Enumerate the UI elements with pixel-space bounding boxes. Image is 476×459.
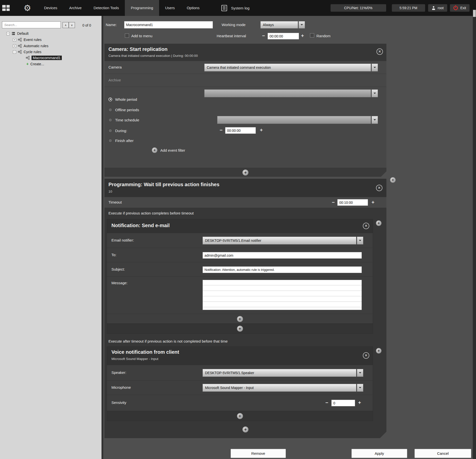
remove-action-button[interactable]: ✕ bbox=[363, 223, 369, 229]
add-parallel-action-button[interactable]: + bbox=[390, 177, 396, 183]
sensitivity-input[interactable] bbox=[331, 400, 355, 406]
timeout-increase-button[interactable]: + bbox=[372, 199, 374, 206]
rule-icon bbox=[18, 44, 22, 48]
tree-item-automatic-rules[interactable]: + Automatic rules bbox=[13, 43, 48, 49]
sensitivity-increase-button[interactable]: + bbox=[358, 399, 361, 406]
tab-devices[interactable]: Devices bbox=[38, 0, 63, 16]
radio-icon[interactable] bbox=[108, 98, 112, 101]
search-input[interactable] bbox=[2, 21, 61, 28]
search-prev-button[interactable]: ∧ bbox=[63, 22, 69, 28]
radio-icon[interactable] bbox=[108, 129, 112, 133]
add-action-button[interactable]: + bbox=[237, 326, 243, 332]
tab-archive[interactable]: Archive bbox=[63, 0, 88, 16]
radio-label: Whole period bbox=[115, 97, 137, 102]
chevron-down-icon[interactable] bbox=[357, 369, 363, 377]
expand-expander-icon[interactable]: + bbox=[13, 38, 16, 41]
heartbeat-increase-button[interactable]: + bbox=[301, 33, 304, 39]
add-event-filter-button[interactable]: + Add event filter bbox=[152, 147, 185, 153]
chevron-down-icon[interactable] bbox=[372, 64, 378, 71]
timeout-label: Timeout bbox=[108, 200, 122, 204]
vertical-scrollbar[interactable] bbox=[473, 9, 476, 459]
radio-label: Time schedule bbox=[115, 118, 139, 122]
tree-item-label-selected: Macrocommand1 bbox=[32, 56, 62, 60]
camera-dropdown[interactable]: Camera that initiated command execution bbox=[204, 64, 378, 71]
add-parallel-action-button[interactable]: + bbox=[376, 348, 381, 353]
remove-action-button[interactable]: ✕ bbox=[376, 185, 382, 191]
tree-item-cycle-rules[interactable]: − Cycle rules bbox=[13, 49, 41, 55]
tree-item-event-rules[interactable]: + Event rules bbox=[13, 37, 42, 42]
wait-action-block: Programming: Wait till previous action f… bbox=[104, 179, 386, 438]
heartbeat-decrease-button[interactable]: − bbox=[262, 33, 265, 39]
add-field-button[interactable]: + bbox=[237, 413, 243, 419]
apply-button[interactable]: Apply bbox=[351, 449, 407, 458]
cancel-button[interactable]: Cancel bbox=[414, 449, 471, 458]
settings-gear-icon[interactable]: ⚙ bbox=[24, 0, 31, 16]
tree-item-macrocommand[interactable]: Macrocommand1 bbox=[26, 55, 62, 61]
heartbeat-input[interactable] bbox=[268, 33, 299, 39]
chevron-down-icon[interactable] bbox=[372, 89, 378, 97]
radio-offline-periods[interactable]: Offline periods bbox=[108, 107, 139, 113]
collapse-expander-icon[interactable]: − bbox=[13, 50, 16, 54]
chevron-down-icon[interactable] bbox=[357, 384, 363, 392]
timeout-decrease-button[interactable]: − bbox=[332, 199, 335, 206]
panel-splitter[interactable] bbox=[102, 16, 103, 459]
during-increase-button[interactable]: + bbox=[260, 127, 263, 133]
sensitivity-decrease-button[interactable]: − bbox=[325, 399, 328, 406]
radio-during[interactable]: During: bbox=[108, 128, 127, 134]
working-mode-dropdown[interactable]: Always bbox=[260, 21, 305, 29]
radio-icon[interactable] bbox=[108, 139, 112, 142]
scrollbar-thumb[interactable] bbox=[473, 10, 476, 17]
speaker-label: Speaker: bbox=[111, 370, 126, 375]
radio-icon[interactable] bbox=[108, 118, 112, 122]
time-schedule-dropdown[interactable] bbox=[217, 116, 378, 124]
tree-item-default[interactable]: − Default bbox=[6, 31, 29, 36]
voice-action-block: Voice notification from client Microsoft… bbox=[107, 347, 373, 421]
system-log-item[interactable]: System log bbox=[221, 5, 249, 11]
name-input[interactable] bbox=[124, 21, 213, 29]
microphone-dropdown[interactable]: Microsoft Sound Mapper - Input bbox=[203, 384, 363, 392]
tab-options[interactable]: Options bbox=[181, 0, 205, 16]
remove-action-button[interactable]: ✕ bbox=[363, 352, 369, 359]
tree-item-create[interactable]: + Create... bbox=[26, 61, 44, 67]
speaker-dropdown[interactable]: DESKTOP-5VRITM5/1.Speaker bbox=[203, 369, 363, 377]
tab-detection-tools[interactable]: Detection Tools bbox=[88, 0, 125, 16]
collapse-expander-icon[interactable]: − bbox=[6, 32, 10, 35]
message-label: Message: bbox=[111, 281, 128, 285]
add-action-button[interactable]: + bbox=[242, 170, 248, 176]
camera-block-body: Camera Camera that initiated command exe… bbox=[104, 61, 386, 168]
search-next-button[interactable]: ∨ bbox=[69, 22, 75, 28]
archive-dropdown[interactable] bbox=[204, 89, 378, 97]
remove-action-button[interactable]: ✕ bbox=[376, 48, 383, 55]
radio-finish-after[interactable]: Finish after bbox=[108, 138, 134, 143]
add-action-button[interactable]: + bbox=[242, 426, 248, 432]
timeout-input[interactable] bbox=[337, 199, 368, 206]
add-field-button[interactable]: + bbox=[237, 316, 243, 322]
email-message-row: Message: bbox=[107, 277, 373, 314]
exit-button[interactable]: Exit bbox=[450, 4, 470, 12]
user-icon bbox=[432, 6, 436, 10]
chevron-down-icon[interactable] bbox=[299, 21, 305, 29]
during-input[interactable] bbox=[225, 127, 256, 134]
radio-whole-period[interactable]: Whole period bbox=[108, 96, 137, 102]
tab-users[interactable]: Users bbox=[159, 0, 181, 16]
email-block-title: Notification: Send e-mail bbox=[111, 223, 373, 228]
chevron-down-icon[interactable] bbox=[357, 237, 363, 245]
during-decrease-button[interactable]: − bbox=[220, 127, 223, 133]
message-textarea[interactable] bbox=[203, 280, 362, 310]
tab-programming[interactable]: Programming bbox=[125, 0, 159, 16]
email-notifier-dropdown[interactable]: DESKTOP-5VRITM5/1.Email notifier bbox=[203, 237, 363, 245]
main-menu-icon[interactable] bbox=[2, 5, 10, 11]
chevron-down-icon[interactable] bbox=[372, 116, 378, 124]
radio-time-schedule[interactable]: Time schedule bbox=[108, 117, 139, 123]
add-parallel-action-button[interactable]: + bbox=[376, 220, 381, 226]
to-input[interactable] bbox=[203, 252, 362, 259]
microphone-row: Microphone Microsoft Sound Mapper - Inpu… bbox=[107, 381, 373, 395]
add-to-menu-checkbox[interactable] bbox=[125, 34, 129, 38]
system-log-label: System log bbox=[231, 6, 249, 10]
radio-icon[interactable] bbox=[108, 108, 112, 112]
expand-expander-icon[interactable]: + bbox=[13, 44, 16, 48]
subject-input[interactable] bbox=[203, 266, 362, 273]
user-badge[interactable]: root bbox=[428, 4, 447, 12]
remove-button[interactable]: Remove bbox=[231, 449, 286, 458]
random-checkbox[interactable] bbox=[310, 33, 314, 37]
